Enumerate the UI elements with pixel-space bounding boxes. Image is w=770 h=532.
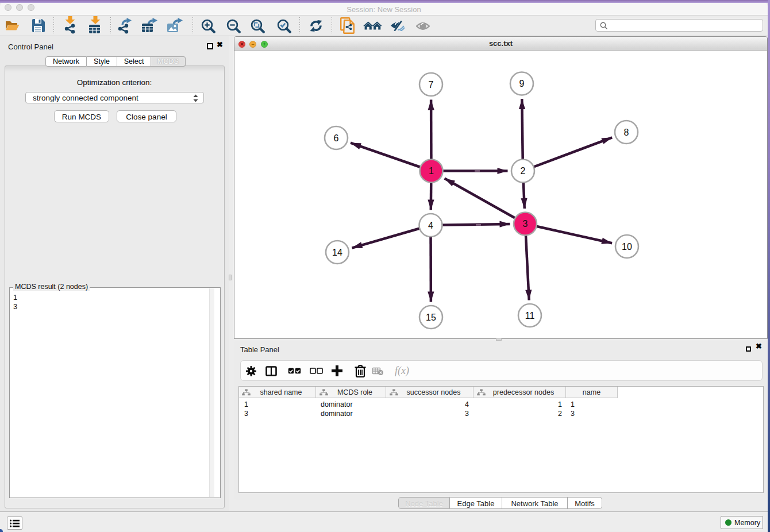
svg-text:10: 10 <box>622 242 632 252</box>
svg-text:3: 3 <box>523 219 528 229</box>
svg-text:2: 2 <box>521 166 526 176</box>
svg-text:9: 9 <box>519 79 525 88</box>
svg-text:11: 11 <box>525 311 535 321</box>
svg-text:6: 6 <box>334 133 339 143</box>
svg-text:7: 7 <box>429 80 434 90</box>
svg-text:14: 14 <box>332 248 342 257</box>
svg-text:1: 1 <box>429 166 434 176</box>
svg-text:8: 8 <box>624 128 629 137</box>
svg-text:4: 4 <box>428 221 433 230</box>
svg-text:15: 15 <box>426 313 436 322</box>
